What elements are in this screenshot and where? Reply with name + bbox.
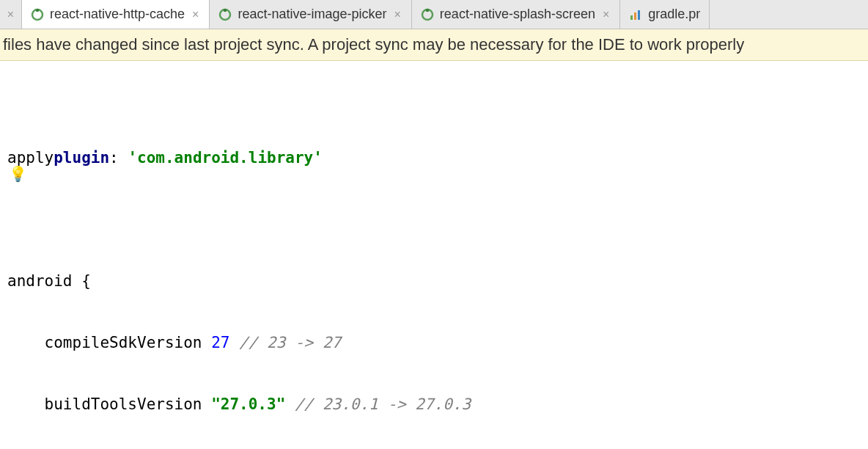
code-editor[interactable]: 💡 apply plugin: 'com.android.library' an… bbox=[0, 61, 868, 449]
tab-gradle-properties[interactable]: gradle.pr bbox=[620, 0, 710, 29]
svg-point-3 bbox=[224, 8, 227, 11]
svg-point-5 bbox=[426, 8, 429, 11]
tab-left-spacer[interactable]: × bbox=[0, 0, 22, 29]
gradle-bars-icon bbox=[629, 8, 642, 21]
code-line: apply plugin: 'com.android.library' bbox=[7, 147, 868, 168]
gradle-ring-icon bbox=[421, 8, 434, 21]
code-line bbox=[7, 209, 868, 230]
svg-rect-8 bbox=[638, 10, 640, 20]
tab-http-cache[interactable]: react-native-http-cache × bbox=[22, 0, 210, 29]
code-line: android { bbox=[7, 271, 868, 291]
tab-label: react-native-splash-screen bbox=[440, 7, 595, 22]
tab-bar: × react-native-http-cache × react-native… bbox=[0, 0, 868, 29]
close-icon[interactable]: × bbox=[393, 8, 402, 21]
close-icon[interactable]: × bbox=[601, 8, 611, 21]
close-icon: × bbox=[7, 8, 14, 21]
tab-image-picker[interactable]: react-native-image-picker × bbox=[210, 0, 411, 29]
tab-label: react-native-http-cache bbox=[50, 7, 185, 22]
code-line: buildToolsVersion "27.0.3" // 23.0.1 -> … bbox=[7, 394, 868, 415]
code-line: compileSdkVersion 27 // 23 -> 27 bbox=[7, 332, 868, 353]
tab-label: gradle.pr bbox=[648, 7, 700, 22]
close-icon[interactable]: × bbox=[191, 8, 200, 21]
gradle-ring-icon bbox=[31, 8, 44, 21]
lightbulb-icon[interactable]: 💡 bbox=[9, 164, 27, 184]
gradle-ring-icon bbox=[218, 8, 232, 21]
svg-rect-7 bbox=[634, 12, 636, 20]
sync-notification: files have changed since last project sy… bbox=[0, 29, 868, 61]
tab-label: react-native-image-picker bbox=[238, 7, 386, 22]
svg-point-1 bbox=[36, 8, 39, 11]
svg-rect-6 bbox=[630, 15, 633, 20]
tab-splash-screen[interactable]: react-native-splash-screen × bbox=[412, 0, 620, 29]
